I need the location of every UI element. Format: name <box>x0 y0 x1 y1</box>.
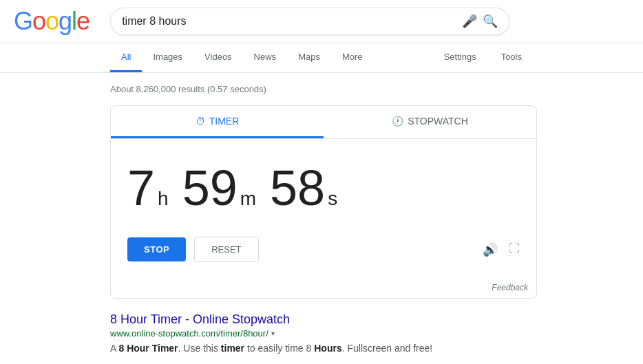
timer-display-area: 7h 59m 58s STOP RESET 🔊 ⛶ <box>111 139 536 279</box>
search-result: 8 Hour Timer - Online Stopwatch www.onli… <box>110 312 533 356</box>
stopwatch-tab-label: STOPWATCH <box>408 116 468 127</box>
logo-letter-l: l <box>72 7 76 36</box>
results-count: About 8,260,000 results (0.57 seconds) <box>110 84 533 94</box>
snippet-text-suffix: to easily time 8 <box>244 343 314 354</box>
search-icon[interactable]: 🔍 <box>483 14 498 29</box>
logo-letter-g: G <box>14 7 32 36</box>
timer-tab-icon: ⏱ <box>196 116 205 127</box>
fullscreen-icon[interactable]: ⛶ <box>509 242 520 257</box>
nav-tab-images[interactable]: Images <box>142 43 193 72</box>
timer-icons: 🔊 ⛶ <box>483 242 520 257</box>
nav-tabs: All Images Videos News Maps More Setting… <box>0 43 643 73</box>
snippet-text-prefix: A <box>110 343 118 354</box>
header: Google 🎤 🔍 <box>0 0 643 43</box>
nav-tab-maps[interactable]: Maps <box>287 43 331 72</box>
logo-letter-g2: g <box>59 7 72 36</box>
timer-tab-label: TIMER <box>209 116 240 127</box>
nav-tab-news[interactable]: News <box>243 43 288 72</box>
nav-right: Settings Tools <box>433 43 533 72</box>
snippet-bold-2: timer <box>221 343 244 354</box>
widget-tab-stopwatch[interactable]: 🕐 STOPWATCH <box>324 106 536 138</box>
widget-card: ⏱ TIMER 🕐 STOPWATCH 7h 59m 58s STOP RESE… <box>110 105 537 299</box>
logo-letter-e: e <box>76 7 89 36</box>
snippet-text-mid: . Use this <box>178 343 221 354</box>
result-url: www.online-stopwatch.com/timer/8hour/ ▾ <box>110 328 533 339</box>
timer-hours-unit: h <box>158 188 169 210</box>
result-title[interactable]: 8 Hour Timer - Online Stopwatch <box>110 312 290 326</box>
volume-icon[interactable]: 🔊 <box>483 242 498 257</box>
reset-button[interactable]: RESET <box>194 237 258 262</box>
timer-seconds-value: 58 <box>270 160 325 216</box>
google-logo: Google <box>14 7 89 36</box>
mic-icon[interactable]: 🎤 <box>462 14 477 29</box>
timer-seconds-unit: s <box>328 188 337 210</box>
search-box: 🎤 🔍 <box>110 8 509 35</box>
widget-tabs: ⏱ TIMER 🕐 STOPWATCH <box>111 106 536 139</box>
nav-tab-tools[interactable]: Tools <box>490 43 533 72</box>
timer-minutes-unit: m <box>240 188 256 210</box>
result-url-text: www.online-stopwatch.com/timer/8hour/ <box>110 328 268 339</box>
url-dropdown-icon[interactable]: ▾ <box>271 330 275 337</box>
stop-button[interactable]: STOP <box>127 237 186 261</box>
feedback-link[interactable]: Feedback <box>492 283 528 292</box>
nav-tab-all[interactable]: All <box>110 43 142 72</box>
snippet-text-end: . Fullscreen and free! <box>342 343 433 354</box>
widget-tab-timer[interactable]: ⏱ TIMER <box>111 106 324 138</box>
timer-controls: STOP RESET 🔊 ⛶ <box>127 237 520 262</box>
nav-tab-more[interactable]: More <box>331 43 374 72</box>
snippet-bold-3: Hours <box>314 343 341 354</box>
stopwatch-tab-icon: 🕐 <box>392 116 403 127</box>
timer-minutes-value: 59 <box>182 160 238 216</box>
feedback-row: Feedback <box>111 279 536 298</box>
snippet-bold-1: 8 Hour Timer <box>118 343 178 354</box>
results-area: About 8,260,000 results (0.57 seconds) ⏱… <box>0 73 643 364</box>
logo-letter-o2: o <box>45 7 59 36</box>
logo-letter-o1: o <box>32 7 45 36</box>
timer-display: 7h 59m 58s <box>127 160 520 216</box>
search-input[interactable] <box>122 15 456 28</box>
result-snippet: A 8 Hour Timer. Use this timer to easily… <box>110 341 533 356</box>
nav-tab-videos[interactable]: Videos <box>193 43 243 72</box>
nav-tab-settings[interactable]: Settings <box>433 43 487 72</box>
timer-hours-value: 7 <box>127 160 155 216</box>
